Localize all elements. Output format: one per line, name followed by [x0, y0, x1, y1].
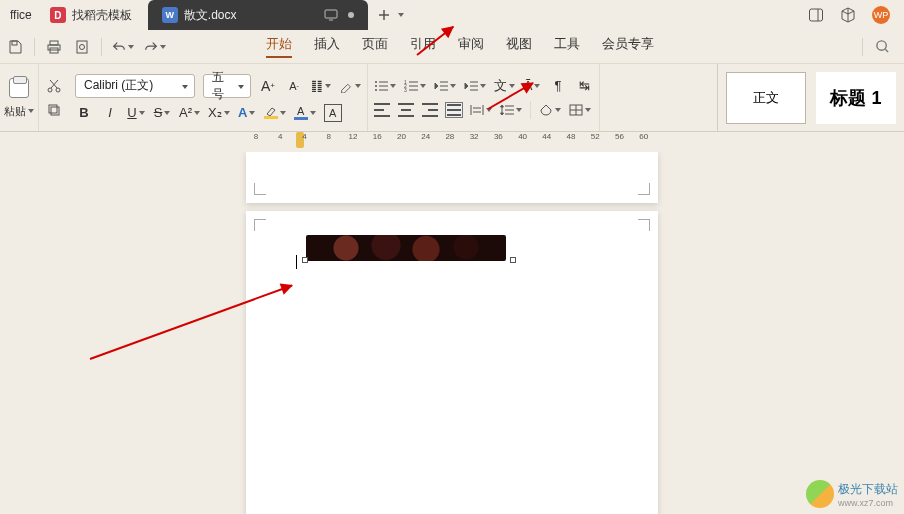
document-area [0, 152, 904, 514]
svg-rect-14 [49, 105, 57, 113]
menu-reference[interactable]: 引用 [410, 35, 436, 58]
clear-format-icon[interactable] [339, 77, 361, 95]
align-justify-button[interactable] [446, 103, 462, 117]
new-tab-button[interactable] [368, 0, 414, 30]
svg-rect-15 [51, 107, 59, 115]
line-spacing-button[interactable] [500, 101, 522, 119]
svg-rect-2 [810, 9, 823, 21]
bullets-button[interactable] [374, 77, 396, 95]
menu-member[interactable]: 会员专享 [602, 35, 654, 58]
ruler-number: 4 [278, 132, 282, 141]
font-size-select[interactable]: 五号 [203, 74, 251, 98]
charbox-button[interactable]: A [324, 104, 342, 122]
svg-point-12 [48, 88, 52, 92]
italic-button[interactable]: I [101, 104, 119, 122]
menu-tools[interactable]: 工具 [554, 35, 580, 58]
bold-button[interactable]: B [75, 104, 93, 122]
highlight-button[interactable] [264, 104, 286, 122]
indent-decrease-button[interactable] [434, 77, 456, 95]
svg-point-16 [375, 81, 377, 83]
template-tab[interactable]: D 找稻壳模板 [42, 0, 148, 30]
panel-icon[interactable] [808, 7, 824, 23]
template-tab-label: 找稻壳模板 [72, 7, 132, 24]
image-handle[interactable] [302, 257, 308, 263]
svg-point-18 [375, 85, 377, 87]
style-normal[interactable]: 正文 [726, 72, 806, 124]
borders-button[interactable] [569, 101, 591, 119]
current-page[interactable] [246, 211, 658, 514]
print-icon[interactable] [45, 38, 63, 56]
indent-increase-button[interactable] [464, 77, 486, 95]
menu-items: 开始 插入 页面 引用 审阅 视图 工具 会员专享 [266, 35, 654, 58]
strike-button[interactable]: S [153, 104, 171, 122]
avatar[interactable]: WP [872, 6, 890, 24]
inserted-image[interactable] [306, 235, 506, 261]
menu-review[interactable]: 审阅 [458, 35, 484, 58]
new-tab-dropdown[interactable] [396, 8, 404, 22]
font-color-button[interactable]: A [294, 104, 316, 122]
template-icon: D [50, 7, 66, 23]
home-tab-label: ffice [10, 8, 32, 22]
font-family-select[interactable]: Calibri (正文) [75, 74, 195, 98]
paste-icon[interactable] [9, 78, 29, 98]
svg-line-11 [885, 49, 888, 52]
clipboard-extra [39, 64, 69, 131]
svg-rect-8 [77, 41, 87, 53]
text-effects-button[interactable]: A [238, 104, 256, 122]
ruler-number: 40 [518, 132, 527, 141]
style-heading1[interactable]: 标题 1 [816, 72, 896, 124]
increase-font-icon[interactable]: A+ [259, 77, 277, 95]
ruler-area: 844812162024283236404448525660 [0, 132, 904, 152]
ruler-number: 52 [591, 132, 600, 141]
copy-icon[interactable] [45, 101, 63, 119]
image-handle[interactable] [510, 257, 516, 263]
numbering-button[interactable]: 123 [404, 77, 426, 95]
superscript-button[interactable]: A² [179, 104, 200, 122]
tab-modified-dot [348, 12, 354, 18]
align-right-button[interactable] [422, 103, 438, 117]
window-controls: WP [808, 0, 904, 30]
document-tab[interactable]: W 散文.docx [148, 0, 368, 30]
undo-button[interactable] [112, 38, 134, 56]
ruler-number: 28 [445, 132, 454, 141]
home-tab[interactable]: ffice [0, 0, 42, 30]
watermark-url: www.xz7.com [838, 498, 898, 508]
menu-view[interactable]: 视图 [506, 35, 532, 58]
change-case-icon[interactable]: ䷁ [311, 77, 331, 95]
clipboard-group: 粘贴 [0, 64, 39, 131]
svg-point-20 [375, 89, 377, 91]
menu-page[interactable]: 页面 [362, 35, 388, 58]
document-tab-label: 散文.docx [184, 7, 237, 24]
print-preview-icon[interactable] [73, 38, 91, 56]
align-left-button[interactable] [374, 103, 390, 117]
shading-button[interactable] [539, 101, 561, 119]
ruler-number: 4 [302, 132, 306, 141]
ruler-number: 60 [639, 132, 648, 141]
text-cursor [296, 255, 297, 269]
horizontal-ruler[interactable]: 844812162024283236404448525660 [246, 132, 658, 152]
underline-button[interactable]: U [127, 104, 145, 122]
subscript-button[interactable]: X₂ [208, 104, 230, 122]
text-direction-button[interactable]: 文 [494, 77, 515, 95]
ruler-number: 32 [470, 132, 479, 141]
show-marks-button[interactable]: ¶ [549, 77, 567, 95]
redo-button[interactable] [144, 38, 166, 56]
cube-icon[interactable] [840, 7, 856, 23]
search-icon[interactable] [875, 39, 890, 54]
svg-point-13 [56, 88, 60, 92]
paste-label[interactable]: 粘贴 [4, 104, 34, 119]
save-icon[interactable] [6, 38, 24, 56]
align-center-button[interactable] [398, 103, 414, 117]
cut-icon[interactable] [45, 77, 63, 95]
watermark: 极光下载站 www.xz7.com [806, 480, 898, 508]
previous-page[interactable] [246, 152, 658, 203]
tab-settings-button[interactable]: ↹ [575, 77, 593, 95]
menu-insert[interactable]: 插入 [314, 35, 340, 58]
screen-icon[interactable] [324, 8, 338, 22]
style-normal-label: 正文 [753, 89, 779, 107]
svg-point-10 [877, 41, 886, 50]
menu-right [862, 38, 898, 56]
menu-start[interactable]: 开始 [266, 35, 292, 58]
svg-rect-5 [50, 41, 58, 45]
decrease-font-icon[interactable]: A- [285, 77, 303, 95]
